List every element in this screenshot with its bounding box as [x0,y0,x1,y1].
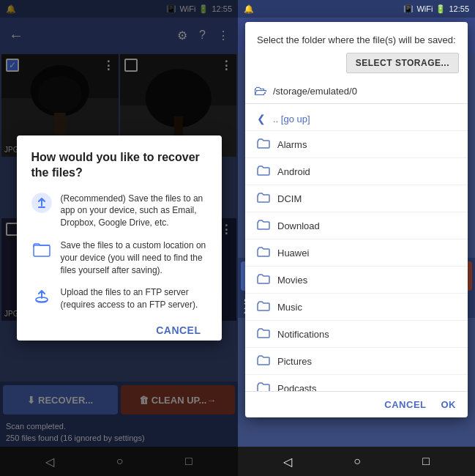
folder-music-name: Music [277,302,302,313]
current-path-folder-icon: 🗁 [254,83,267,99]
folder-pictures-name: Pictures [277,356,312,367]
folder-android-icon [257,164,270,179]
folder-dcim-icon [257,191,270,206]
folder-podcasts[interactable]: Podcasts [245,375,468,391]
file-dialog-actions: CANCEL OK [245,391,468,417]
current-path-text: /storage/emulated/0 [273,86,357,97]
current-path-row: 🗁 /storage/emulated/0 [245,79,468,104]
recover-option-2-text: Save the files to a custom location on y… [61,239,207,276]
folder-pictures[interactable]: Pictures [245,348,468,375]
recover-option-1[interactable]: (Recommended) Save the files to an app o… [31,193,207,229]
select-storage-button[interactable]: SELECT STORAGE... [346,53,459,73]
recover-option-2[interactable]: Save the files to a custom location on y… [31,239,207,276]
folder-movies-icon [257,272,270,287]
folder-dcim-name: DCIM [277,193,302,204]
status-bar-right: 🔔 📳 WiFi 🔋 12:55 [238,0,475,18]
folder-podcasts-icon [257,381,270,391]
recover-option-3[interactable]: Upload the files to an FTP server (requi… [31,286,207,311]
right-notification-icon: 🔔 [244,4,254,14]
right-battery-icon: 🔋 [435,4,446,14]
folder-movies[interactable]: Movies [245,267,468,294]
right-wifi-icon: WiFi [416,4,433,13]
folder-download-name: Download [277,220,320,231]
recover-dialog: How would you like to recover the files?… [17,135,222,341]
folder-notifications-icon [257,327,270,341]
folder-huawei-name: Huawei [277,248,309,259]
file-dialog-header-text: Select the folder where the file(s) will… [245,22,468,53]
recover-dialog-actions: CANCEL [31,321,207,339]
folder-download-icon [257,218,270,233]
upload-icon [31,193,52,213]
folder-dcim[interactable]: DCIM [245,185,468,212]
folder-movies-name: Movies [277,275,307,286]
folder-go-up[interactable]: ❮ .. [go up] [245,107,468,131]
folder-alarms[interactable]: Alarms [245,131,468,158]
go-up-chevron-icon: ❮ [257,113,266,124]
right-panel: 🔔 📳 WiFi 🔋 12:55 Scan completed. 250 fil… [238,0,475,476]
right-nav-home-icon[interactable]: ○ [354,455,361,468]
folder-download[interactable]: Download [245,212,468,239]
folder-android-name: Android [277,166,310,177]
file-dialog-storage-section: SELECT STORAGE... [245,53,468,79]
recover-option-3-text: Upload the files to an FTP server (requi… [61,286,207,311]
ftp-upload-icon [31,286,52,307]
recover-option-1-text: (Recommended) Save the files to an app o… [61,193,207,229]
status-bar-right-system: 📳 WiFi 🔋 12:55 [403,4,469,14]
folder-music[interactable]: Music [245,294,468,321]
right-vibrate-icon: 📳 [403,4,414,14]
right-nav-recent-icon[interactable]: □ [422,455,430,468]
file-folder-list: ❮ .. [go up] Alarms Androi [245,104,468,391]
folder-save-icon [31,239,52,260]
file-dialog-ok-button[interactable]: OK [441,399,457,410]
svg-rect-17 [38,207,45,208]
folder-huawei[interactable]: Huawei [245,239,468,267]
right-nav-back-icon[interactable]: ◁ [283,455,292,469]
left-panel: 🔔 📳 WiFi 🔋 12:55 ← ⚙ ? ⋮ [0,0,238,476]
folder-huawei-icon [257,245,270,260]
status-bar-right-notification: 🔔 [244,4,254,14]
file-chooser-dialog: Select the folder where the file(s) will… [245,22,468,417]
recover-dialog-title: How would you like to recover the files? [31,150,207,181]
recover-cancel-button[interactable]: CANCEL [150,321,206,339]
folder-notifications[interactable]: Notifications [245,321,468,348]
svg-rect-18 [34,245,50,256]
folder-podcasts-name: Podcasts [277,383,316,391]
folder-android[interactable]: Android [245,158,468,185]
file-dialog-cancel-button[interactable]: CANCEL [384,399,426,410]
folder-music-icon [257,300,270,314]
go-up-label: .. [go up] [273,114,310,124]
recover-dialog-overlay: How would you like to recover the files?… [0,0,238,476]
time-display-right: 12:55 [449,4,469,13]
nav-bar-right: ◁ ○ □ [238,447,475,476]
folder-alarms-name: Alarms [277,139,307,150]
folder-pictures-icon [257,354,270,368]
folder-notifications-name: Notifications [277,329,329,340]
folder-alarms-icon [257,137,270,152]
